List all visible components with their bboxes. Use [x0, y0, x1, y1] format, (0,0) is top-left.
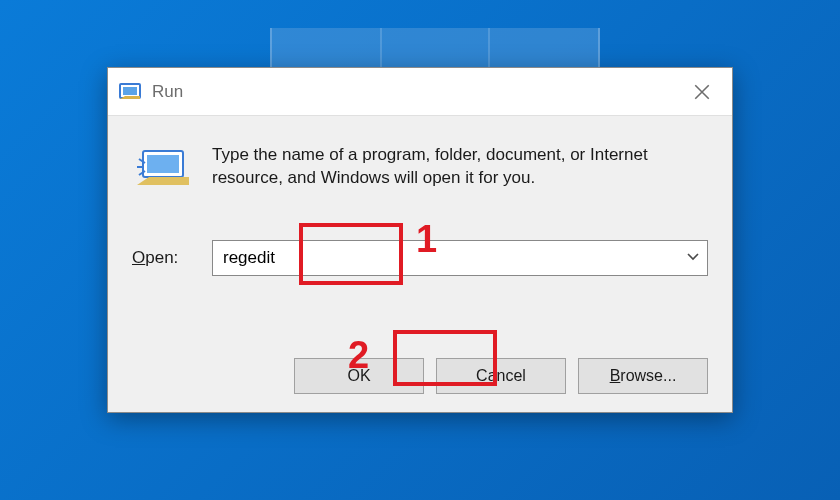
- browse-button[interactable]: Browse...: [578, 358, 708, 394]
- close-button[interactable]: [672, 68, 732, 116]
- titlebar[interactable]: Run: [108, 68, 732, 116]
- ok-button[interactable]: OK: [294, 358, 424, 394]
- button-row: OK Cancel Browse...: [108, 340, 732, 412]
- dialog-title: Run: [152, 82, 183, 102]
- dialog-description: Type the name of a program, folder, docu…: [212, 142, 708, 190]
- open-label: Open:: [132, 248, 194, 268]
- open-combobox[interactable]: [212, 240, 708, 276]
- svg-rect-3: [147, 155, 179, 173]
- run-dialog: Run Type the name of a program, folder, …: [107, 67, 733, 413]
- dialog-body: Type the name of a program, folder, docu…: [108, 116, 732, 276]
- open-input[interactable]: [212, 240, 708, 276]
- run-dialog-icon: [132, 142, 194, 196]
- run-titlebar-icon: [118, 80, 142, 104]
- svg-rect-1: [123, 87, 137, 95]
- cancel-button[interactable]: Cancel: [436, 358, 566, 394]
